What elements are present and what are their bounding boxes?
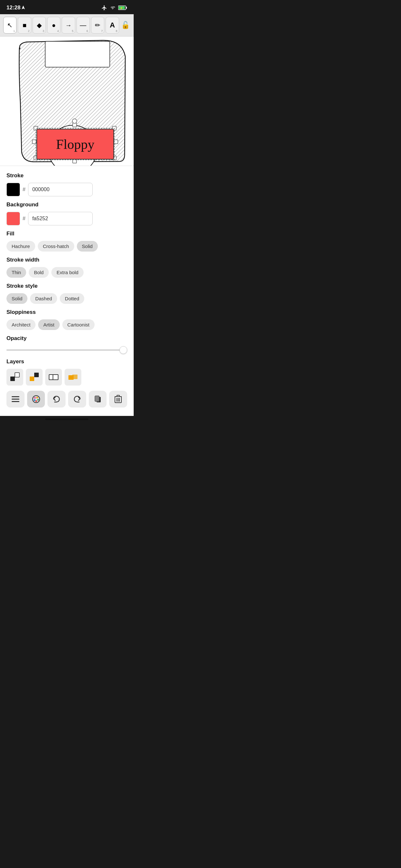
palette-icon xyxy=(32,395,40,403)
svg-rect-41 xyxy=(117,395,120,397)
stroke-label: Stroke xyxy=(6,173,127,179)
style-dotted[interactable]: Dotted xyxy=(60,293,84,304)
opacity-label: Opacity xyxy=(6,335,127,342)
redo-button[interactable] xyxy=(68,391,86,407)
tool-rectangle[interactable]: ■ 2 xyxy=(18,17,31,34)
stroke-hash: # xyxy=(23,187,26,192)
svg-rect-27 xyxy=(11,396,19,397)
layers-section: Layers xyxy=(6,359,127,385)
battery-svg: ⚡ xyxy=(118,5,127,10)
hamburger-button[interactable] xyxy=(6,391,25,407)
tool-pencil[interactable]: ✏ 7 xyxy=(91,17,104,34)
stroke-color-swatch[interactable] xyxy=(6,183,20,196)
svg-rect-21 xyxy=(30,376,34,381)
stroke-width-options: Thin Bold Extra bold xyxy=(6,267,127,278)
copy-button[interactable] xyxy=(89,391,107,407)
fill-cross-hatch[interactable]: Cross-hatch xyxy=(38,241,74,252)
layer-btn-1[interactable] xyxy=(6,369,23,385)
undo-icon xyxy=(52,396,61,403)
tool-select[interactable]: ↖ 1 xyxy=(3,17,17,34)
stroke-bold[interactable]: Bold xyxy=(29,267,49,278)
layer-btn-4[interactable] xyxy=(65,369,81,385)
status-icons: ⚡ xyxy=(101,5,127,11)
copy-icon xyxy=(94,395,101,403)
fill-solid[interactable]: Solid xyxy=(77,241,98,252)
layer-btn-2[interactable] xyxy=(26,369,42,385)
layer-btn-3[interactable] xyxy=(45,369,62,385)
home-indicator xyxy=(0,416,134,424)
lock-button[interactable]: 🔓 xyxy=(120,17,130,34)
layer-icons xyxy=(6,369,127,385)
battery-icon: ⚡ xyxy=(118,5,127,10)
status-time: 12:28 xyxy=(6,4,25,11)
toolbar: ↖ 1 ■ 2 ◆ 3 ● 4 → 5 — 6 ✏ 7 A 8 🔓 xyxy=(0,14,134,36)
sloppiness-label: Sloppiness xyxy=(6,309,127,315)
svg-rect-6 xyxy=(45,41,110,67)
tool-arrow[interactable]: → 5 xyxy=(62,17,75,34)
airplane-icon xyxy=(101,5,107,11)
tool-line[interactable]: — 6 xyxy=(76,17,90,34)
svg-rect-37 xyxy=(95,396,99,401)
opacity-slider-container xyxy=(6,345,127,352)
svg-text:Floppy: Floppy xyxy=(56,137,94,152)
svg-rect-8 xyxy=(73,123,76,127)
wifi-icon xyxy=(110,5,116,10)
background-hash: # xyxy=(23,216,26,221)
svg-point-32 xyxy=(36,397,38,399)
svg-rect-29 xyxy=(11,401,19,402)
delete-button[interactable] xyxy=(109,391,127,407)
svg-text:⚡: ⚡ xyxy=(120,6,123,10)
svg-rect-20 xyxy=(15,373,19,377)
status-bar: 12:28 ⚡ xyxy=(0,0,134,14)
svg-rect-28 xyxy=(11,399,19,400)
stroke-color-row: # xyxy=(6,183,127,196)
stroke-style-label: Stroke style xyxy=(6,283,127,289)
undo-button[interactable] xyxy=(48,391,66,407)
opacity-slider[interactable] xyxy=(6,349,127,351)
stroke-width-label: Stroke width xyxy=(6,257,127,263)
svg-rect-24 xyxy=(53,375,58,380)
stroke-extra-bold[interactable]: Extra bold xyxy=(51,267,84,278)
background-color-input[interactable] xyxy=(28,212,93,225)
style-solid[interactable]: Solid xyxy=(6,293,27,304)
svg-rect-22 xyxy=(34,373,39,377)
svg-rect-19 xyxy=(10,376,15,381)
tool-text[interactable]: A 8 xyxy=(105,17,119,34)
stroke-thin[interactable]: Thin xyxy=(6,267,26,278)
properties-panel: Stroke # Background # Fill Hachure Cross… xyxy=(0,166,134,416)
home-bar xyxy=(45,418,89,420)
canvas-area[interactable]: Floppy xyxy=(0,36,134,166)
svg-point-33 xyxy=(37,399,39,401)
stroke-color-input[interactable] xyxy=(28,183,93,196)
sloppiness-cartoonist[interactable]: Cartoonist xyxy=(62,319,95,330)
canvas-svg: Floppy xyxy=(0,36,134,166)
delete-icon xyxy=(115,395,122,403)
fill-label: Fill xyxy=(6,230,127,237)
palette-button[interactable] xyxy=(27,391,45,407)
layers-label: Layers xyxy=(6,359,127,365)
svg-rect-1 xyxy=(126,7,127,9)
svg-point-34 xyxy=(34,399,35,401)
svg-rect-13 xyxy=(32,140,36,144)
stroke-style-options: Solid Dashed Dotted xyxy=(6,293,127,304)
redo-icon xyxy=(73,396,81,403)
sloppiness-options: Architect Artist Cartoonist xyxy=(6,319,127,330)
style-dashed[interactable]: Dashed xyxy=(30,293,57,304)
background-color-swatch[interactable] xyxy=(6,212,20,225)
svg-rect-14 xyxy=(114,140,118,144)
svg-point-31 xyxy=(34,397,35,399)
tool-circle[interactable]: ● 4 xyxy=(47,17,60,34)
tool-diamond[interactable]: ◆ 3 xyxy=(33,17,46,34)
svg-point-35 xyxy=(35,400,37,402)
background-label: Background xyxy=(6,202,127,208)
svg-point-15 xyxy=(72,119,77,123)
sloppiness-architect[interactable]: Architect xyxy=(6,319,35,330)
opacity-thumb[interactable] xyxy=(120,346,127,354)
svg-rect-26 xyxy=(72,375,78,379)
action-bar xyxy=(6,391,127,413)
background-color-row: # xyxy=(6,212,127,225)
fill-hachure[interactable]: Hachure xyxy=(6,241,35,252)
time-display: 12:28 xyxy=(6,4,20,11)
sloppiness-artist[interactable]: Artist xyxy=(38,319,59,330)
fill-options: Hachure Cross-hatch Solid xyxy=(6,241,127,252)
